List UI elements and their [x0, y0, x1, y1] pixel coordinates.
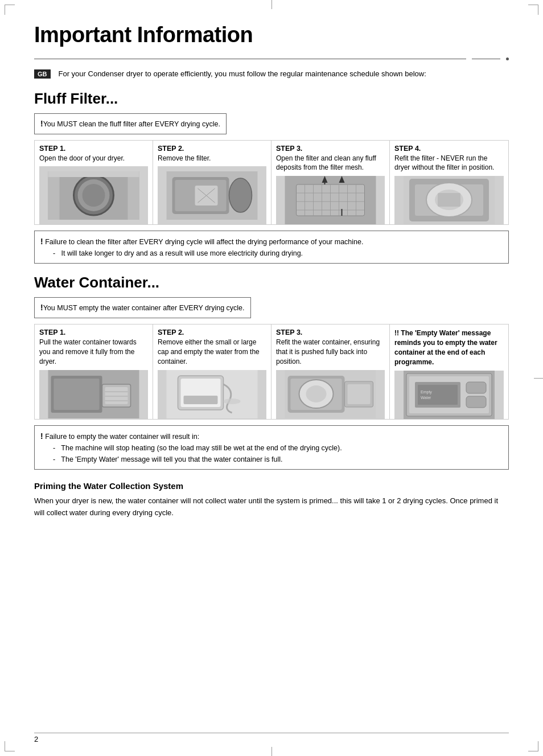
page-number: 2 [34, 735, 38, 743]
water-note-label: ! The 'Empty Water' message reminds you … [394, 329, 497, 365]
svg-rect-55 [348, 384, 371, 404]
svg-rect-40 [105, 387, 128, 404]
fluff-filter-title: Fluff Filter... [34, 90, 509, 108]
corner-mark-br [528, 741, 538, 751]
fluff-step-3: STEP 3. Open the filter and clean any fl… [272, 141, 390, 225]
corner-mark-tl [5, 5, 15, 15]
fluff-step-1: STEP 1. Open the door of your dryer. [35, 141, 153, 225]
svg-rect-4 [48, 171, 60, 220]
water-step-3-label: STEP 3. [276, 328, 385, 336]
gb-badge: GB [34, 69, 51, 79]
water-note-image: Empty Water [394, 371, 504, 419]
water-steps-grid: STEP 1. Pull the water container towards… [34, 324, 509, 419]
bullet-dash-1: - [53, 249, 61, 257]
fluff-warning-bottom: ! Failure to clean the filter after EVER… [34, 231, 509, 264]
fluff-step-1-desc: Open the door of your dryer. [39, 154, 148, 163]
fluff-step-3-label: STEP 3. [276, 145, 385, 153]
svg-rect-38 [54, 379, 100, 410]
bottom-divider [34, 733, 509, 733]
water-step-3-desc: Refit the water container, ensuring that… [276, 338, 385, 366]
intro-text: For your Condenser dryer to operate effi… [59, 68, 509, 80]
fluff-warning-main: Failure to clean the filter after EVERY … [45, 238, 363, 246]
water-step-1-image [39, 370, 148, 419]
fluff-step-2: STEP 2. Remove the filter. [153, 141, 272, 225]
water-warning-detail-1: The machine will stop heating (so the lo… [61, 444, 342, 452]
corner-mark-bl [5, 741, 15, 751]
svg-rect-61 [466, 382, 486, 393]
water-step-1-desc: Pull the water container towards you and… [39, 338, 148, 366]
main-divider [34, 57, 509, 60]
water-note-text: !! The 'Empty Water' message reminds you… [394, 328, 504, 367]
bottom-fold-mark [272, 747, 272, 756]
svg-point-47 [224, 398, 241, 404]
priming-title: Priming the Water Collection System [34, 481, 509, 491]
svg-point-10 [229, 178, 252, 212]
fluff-step-2-image [158, 166, 266, 224]
water-step-2-desc: Remove either the small or large cap and… [158, 338, 266, 366]
fluff-step-4-label: STEP 4. [394, 145, 504, 153]
water-warning-top: !You MUST empty the water container afte… [34, 297, 251, 318]
water-step-1-label: STEP 1. [39, 328, 148, 336]
water-step-2-label: STEP 2. [158, 328, 266, 336]
water-warning-main: Failure to empty the water container wil… [45, 433, 199, 441]
svg-rect-35 [438, 193, 460, 207]
svg-rect-5 [128, 171, 139, 220]
exclamation-icon-2: ! [40, 237, 43, 246]
water-step-2: STEP 2. Remove either the small or large… [153, 324, 272, 418]
water-step-1: STEP 1. Pull the water container towards… [35, 324, 153, 418]
svg-point-3 [83, 184, 105, 207]
fluff-step-1-label: STEP 1. [39, 145, 148, 153]
fluff-step-1-image [39, 166, 148, 224]
svg-text:Empty: Empty [421, 390, 432, 395]
water-step-3: STEP 3. Refit the water container, ensur… [272, 324, 390, 418]
svg-rect-48 [184, 396, 218, 404]
fluff-steps-grid: STEP 1. Open the door of your dryer. STE… [34, 140, 509, 225]
priming-text: When your dryer is new, the water contai… [34, 495, 509, 519]
fluff-step-3-desc: Open the filter and clean any fluff depo… [276, 154, 385, 173]
water-step-2-image [158, 370, 266, 419]
bullet-dash-3: - [53, 455, 61, 463]
fluff-warning-top: !You MUST clean the fluff filter after E… [34, 113, 227, 134]
fluff-step-4: STEP 4. Refit the filter - NEVER run the… [390, 141, 508, 225]
water-note: !! The 'Empty Water' message reminds you… [390, 324, 508, 418]
fluff-step-4-desc: Refit the filter - NEVER run the dryer w… [394, 154, 504, 173]
fluff-step-2-desc: Remove the filter. [158, 154, 266, 163]
top-fold-mark [272, 0, 272, 9]
fluff-step-4-image [394, 176, 504, 224]
fluff-step-2-label: STEP 2. [158, 145, 266, 153]
page-title: Important Information [34, 23, 509, 47]
right-fold-mark [534, 378, 543, 379]
svg-rect-6 [48, 171, 139, 177]
bullet-dash-2: - [53, 444, 61, 452]
svg-rect-62 [466, 396, 486, 408]
water-step-3-image [276, 370, 385, 419]
water-container-title: Water Container... [34, 274, 509, 291]
exclamation-icon-4: ! [40, 432, 43, 441]
svg-point-53 [306, 385, 327, 402]
fluff-warning-detail: It will take longer to dry and as a resu… [61, 249, 303, 257]
intro-row: GB For your Condenser dryer to operate e… [34, 68, 509, 80]
water-warning-bottom: ! Failure to empty the water container w… [34, 425, 509, 470]
svg-rect-60 [418, 385, 458, 405]
svg-text:Water: Water [421, 396, 431, 400]
corner-mark-tr [528, 5, 538, 15]
water-warning-detail-2: The 'Empty Water' message will tell you … [61, 455, 282, 463]
fluff-step-3-image [276, 176, 385, 224]
